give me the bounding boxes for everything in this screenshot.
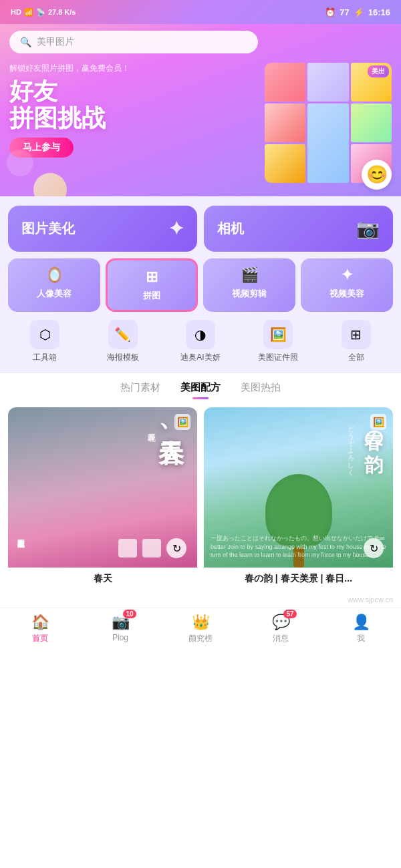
- ai-beauty-button[interactable]: ◑ 迪奥AI美妍: [164, 320, 237, 363]
- search-input-text: 美甲图片: [37, 36, 74, 48]
- spring-title-cn: 春天、: [158, 421, 184, 446]
- photo-frame-icon: 🖼️: [270, 327, 287, 343]
- id-photo-icon-wrap: 🖼️: [263, 320, 293, 349]
- id-photo-button[interactable]: 🖼️ 美图证件照: [241, 320, 315, 363]
- photo-cell-6: [351, 103, 392, 142]
- photo-beautify-label: 图片美化: [21, 220, 75, 238]
- nav-messages[interactable]: 💬 57 消息: [241, 614, 321, 644]
- deco-circle-1: [7, 150, 33, 176]
- messages-badge: 57: [283, 610, 296, 618]
- card-spring-flowers[interactable]: 🖼️ 春天、 春暖花开 到处十枝玉枝花有时三点两点雨 ↻ 春天: [8, 407, 197, 588]
- toolbox-icon: ⬡: [39, 327, 51, 343]
- ai-beauty-label: 迪奥AI美妍: [180, 352, 220, 363]
- nav-ranking-label: 颜究榜: [188, 633, 213, 644]
- card-spring-tree[interactable]: 🖼️ 春の韵 どうぞよろしく 一度あったことはそれなかったもの。想い出せなかいだ…: [204, 407, 393, 588]
- clock: 16:16: [368, 7, 390, 17]
- portrait-beauty-label: 人像美容: [37, 288, 72, 300]
- status-left: HD 📶 📡 27.8 K/s: [11, 8, 76, 17]
- nav-badge-wrap-plog: 📷 10: [112, 614, 130, 631]
- video-beauty-icon: ✦: [341, 266, 353, 284]
- rotate-icon-2[interactable]: ↻: [364, 538, 384, 558]
- photo-beautify-button[interactable]: 图片美化 ✦: [8, 206, 197, 252]
- search-bar[interactable]: 🔍 美甲图片: [9, 31, 258, 53]
- watermark: www.sjpcw.cn: [0, 596, 401, 608]
- tab-hot-material[interactable]: 热门素材: [120, 381, 160, 399]
- poster-template-label: 海报模板: [107, 352, 139, 363]
- content-grid: 🖼️ 春天、 春暖花开 到处十枝玉枝花有时三点两点雨 ↻ 春天 🖼️ 春の韵 ど…: [0, 399, 401, 596]
- toolbox-icon-wrap: ⬡: [30, 320, 59, 349]
- crown-icon: 👑: [192, 614, 210, 631]
- nav-home-label: 首页: [32, 633, 48, 644]
- video-edit-button[interactable]: 🎬 视频剪辑: [203, 258, 295, 312]
- all-icon-wrap: ⊞: [342, 320, 371, 349]
- collage-icon: ⊞: [146, 268, 158, 286]
- poster-icon-wrap: ✏️: [108, 320, 138, 349]
- card-label-2: 春の韵 | 春天美景 | 春日...: [204, 568, 393, 588]
- search-icon: 🔍: [20, 37, 31, 47]
- ai-icon: ◑: [194, 327, 206, 343]
- tree-sub-jp: どうぞよろしく: [346, 421, 356, 472]
- tiny-buttons-row: ⬡ 工具箱 ✏️ 海报模板 ◑ 迪奥AI美妍 🖼️ 美图证件照 ⊞: [8, 320, 393, 363]
- video-edit-label: 视频剪辑: [232, 288, 267, 300]
- photo-cell-5: [307, 103, 348, 183]
- banner-subtitle: 解锁好友照片拼图，赢免费会员！: [9, 63, 257, 74]
- rotate-icon-1[interactable]: ↻: [166, 538, 186, 558]
- nav-profile-label: 我: [357, 633, 365, 644]
- grid-icon: ⊞: [350, 327, 362, 343]
- tabs-section: 热门素材 美图配方 美图热拍 🖼️ 春天、 春暖花开 到处十枝玉枝花有时三点两点…: [0, 373, 401, 608]
- video-beauty-button[interactable]: ✦ 视频美容: [301, 258, 393, 312]
- charging-icon: ⚡: [354, 7, 364, 17]
- portrait-icon: 🪞: [45, 266, 63, 284]
- camera-label: 相机: [217, 220, 244, 238]
- banner-title: 好友 拼图挑战: [9, 78, 257, 131]
- camera-button[interactable]: 相机 📷: [204, 206, 393, 252]
- photo-cell-2: [307, 63, 348, 101]
- card-small-item-1: [118, 539, 137, 558]
- wifi-icon: 📡: [36, 8, 45, 17]
- home-icon: 🏠: [31, 614, 49, 631]
- spring-tree-image: 🖼️ 春の韵 どうぞよろしく 一度あったことはそれなかったもの。想い出せなかいだ…: [204, 407, 393, 568]
- all-button[interactable]: ⊞ 全部: [319, 320, 393, 363]
- tab-beauty-recipe[interactable]: 美图配方: [180, 381, 221, 399]
- hero-section: 🔍 美甲图片 解锁好友照片拼图，赢免费会员！ 好友 拼图挑战 马上参与 美出 �: [0, 24, 401, 196]
- nav-badge-wrap-msg: 💬 57: [272, 614, 290, 631]
- collage-button[interactable]: ⊞ 拼图: [106, 258, 198, 312]
- small-buttons-row: 🪞 人像美容 ⊞ 拼图 🎬 视频剪辑 ✦ 视频美容: [8, 258, 393, 312]
- nav-ranking[interactable]: 👑 颜究榜: [160, 614, 241, 644]
- collage-label: 拼图: [143, 290, 160, 302]
- toolbox-button[interactable]: ⬡ 工具箱: [8, 320, 82, 363]
- video-beauty-label: 视频美容: [329, 288, 364, 300]
- big-buttons-row: 图片美化 ✦ 相机 📷: [8, 206, 393, 252]
- video-edit-icon: 🎬: [241, 266, 259, 284]
- bottom-nav: 🏠 首页 📷 10 Plog 👑 颜究榜 💬 57 消息 👤 我: [0, 608, 401, 652]
- photo-cell-1: [265, 63, 305, 101]
- battery-level: 77: [340, 7, 349, 17]
- nav-messages-label: 消息: [273, 633, 289, 644]
- card-bottom-items: ↻: [118, 538, 186, 558]
- speed-text: 27.8 K/s: [48, 8, 76, 16]
- plog-badge: 10: [123, 610, 136, 618]
- features-section: 图片美化 ✦ 相机 📷 🪞 人像美容 ⊞ 拼图 🎬 视频剪辑 ✦ 视频美容: [0, 196, 401, 373]
- nav-plog[interactable]: 📷 10 Plog: [80, 614, 160, 644]
- photo-badge: 美出: [368, 65, 389, 77]
- banner-area: 解锁好友照片拼图，赢免费会员！ 好友 拼图挑战 马上参与 美出: [9, 63, 392, 183]
- tab-hot-shots[interactable]: 美图热拍: [241, 381, 281, 399]
- status-bar: HD 📶 📡 27.8 K/s ⏰ 77 ⚡ 16:16: [0, 0, 401, 24]
- star-icon: ✦: [168, 218, 184, 240]
- banner-left: 解锁好友照片拼图，赢免费会员！ 好友 拼图挑战 马上参与: [9, 63, 257, 158]
- portrait-beauty-button[interactable]: 🪞 人像美容: [8, 258, 100, 312]
- nav-plog-label: Plog: [112, 633, 128, 642]
- photo-cell-7: [265, 144, 305, 183]
- spring-flowers-image: 🖼️ 春天、 春暖花开 到处十枝玉枝花有时三点两点雨 ↻: [8, 407, 197, 568]
- all-label: 全部: [348, 352, 364, 363]
- edit-icon: ✏️: [114, 327, 131, 343]
- smile-face-deco: 😊: [362, 160, 392, 190]
- nav-home[interactable]: 🏠 首页: [0, 614, 80, 644]
- nav-profile[interactable]: 👤 我: [321, 614, 401, 644]
- card-small-item-2: [142, 539, 161, 558]
- poster-template-button[interactable]: ✏️ 海报模板: [86, 320, 159, 363]
- tabs-header: 热门素材 美图配方 美图热拍: [0, 373, 401, 399]
- tree-title-jp: 春の韵: [364, 418, 382, 439]
- alarm-icon: ⏰: [325, 7, 336, 17]
- toolbox-label: 工具箱: [33, 352, 57, 363]
